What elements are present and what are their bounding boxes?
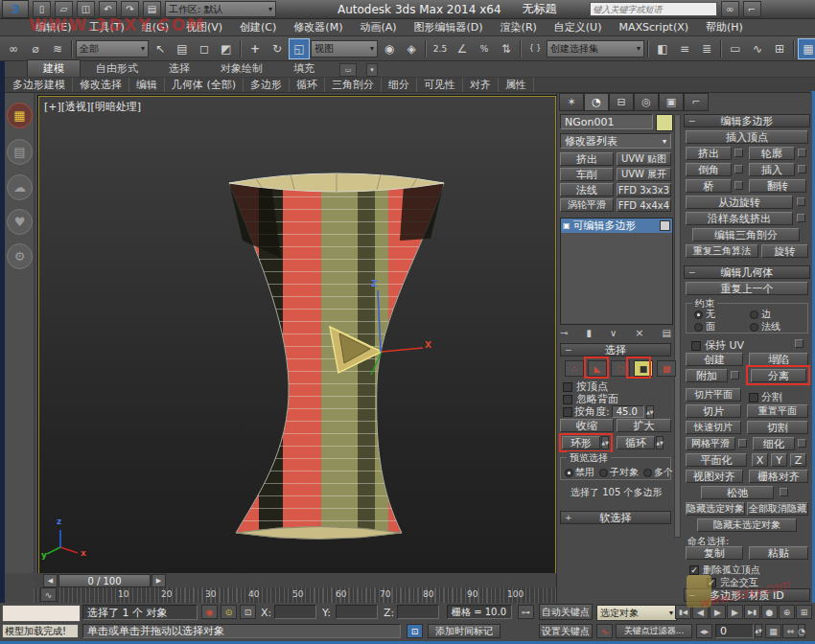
align-icon[interactable] [674, 38, 695, 59]
ribbon-panel-modify-selection[interactable]: 修改选择 [73, 78, 129, 92]
menu-customize[interactable]: 自定义(U) [546, 20, 611, 34]
pan-icon[interactable] [782, 624, 799, 638]
ribbon-tab-modeling[interactable]: 建模 [27, 59, 81, 77]
paste-button[interactable]: 粘贴 [749, 546, 808, 560]
attach-settings-icon[interactable] [731, 371, 739, 380]
viewport-label[interactable]: [+][透视][明暗处理] [44, 100, 141, 114]
make-unique-icon[interactable] [610, 328, 617, 338]
angle-spinner[interactable]: ▲▼ [646, 405, 654, 419]
open-file-icon[interactable] [55, 1, 73, 17]
ignore-backfacing-checkbox[interactable] [563, 395, 572, 404]
unlink-selection-icon[interactable] [25, 38, 46, 59]
material-ids-rollout-header[interactable]: − 多边形: 材质 ID [684, 588, 810, 602]
menu-edit[interactable]: 编辑(E) [27, 20, 81, 34]
auto-key-button[interactable]: 自动关键点 [539, 604, 593, 620]
gear-icon[interactable] [7, 243, 33, 269]
element-subobject-icon[interactable] [657, 360, 676, 377]
zoom-icon[interactable] [779, 605, 795, 619]
mirror-icon[interactable] [652, 38, 673, 59]
select-and-link-icon[interactable] [3, 38, 24, 59]
ribbon-tab-populate[interactable]: 填充 [278, 60, 330, 77]
undo-icon[interactable] [99, 1, 117, 17]
soft-selection-rollout-header[interactable]: + 软选择 [560, 511, 671, 524]
extrude-settings-icon[interactable] [734, 149, 743, 157]
pin-stack-icon[interactable] [560, 328, 568, 338]
ribbon-panel-align[interactable]: 对齐 [463, 78, 499, 92]
inset-settings-icon[interactable] [798, 165, 806, 173]
msmooth-settings-icon[interactable] [738, 439, 747, 448]
menu-modifiers[interactable]: 修改器(M) [285, 20, 351, 34]
menu-animation[interactable]: 动画(A) [351, 20, 405, 34]
split-checkbox[interactable] [749, 393, 758, 402]
modifier-uvw-map-button[interactable]: UVW 贴图 [617, 152, 671, 166]
modifier-lathe-button[interactable]: 车削 [560, 168, 614, 181]
unhide-all-button[interactable]: 全部取消隐藏 [747, 502, 808, 516]
show-end-result-icon[interactable] [586, 328, 592, 338]
redo-icon[interactable] [121, 1, 139, 17]
preview-subobj-radio[interactable] [599, 469, 608, 477]
object-color-swatch[interactable] [656, 114, 673, 131]
ribbon-chevron-down-icon[interactable]: ▾ [366, 63, 378, 77]
use-pivot-center-icon[interactable] [379, 38, 400, 59]
selection-rollout-header[interactable]: − 选择 [560, 343, 671, 356]
msmooth-button[interactable]: 网格平滑 [686, 437, 735, 450]
ribbon-panel-properties[interactable]: 属性 [499, 78, 534, 92]
3d-box-icon[interactable]: ▦ [7, 103, 33, 128]
detach-button[interactable]: 分离 [751, 369, 806, 382]
full-interactivity-checkbox[interactable]: ✓ [707, 578, 716, 587]
by-vertex-checkbox[interactable] [563, 382, 572, 392]
grow-button[interactable]: 扩大 [617, 419, 671, 432]
selection-filter-dropdown-bottom[interactable]: 选定对象 ▾ [596, 605, 677, 621]
communication-center-icon[interactable] [743, 1, 761, 17]
loop-spinner[interactable]: ▲▼ [656, 436, 664, 449]
stack-item-visibility-icon[interactable] [660, 220, 670, 231]
bevel-button[interactable]: 倒角 [686, 163, 732, 176]
select-and-manipulate-icon[interactable] [401, 38, 422, 59]
planar-z-button[interactable]: Z [790, 453, 806, 467]
constraint-normal-radio[interactable] [750, 323, 758, 332]
ribbon-panel-geometry-all[interactable]: 几何体 (全部) [165, 78, 244, 92]
configure-modifier-sets-icon[interactable] [663, 328, 671, 338]
bevel-settings-icon[interactable] [734, 165, 743, 173]
edge-subobject-icon[interactable] [588, 360, 607, 377]
hinge-settings-icon[interactable] [797, 197, 805, 206]
stack-item-editable-poly[interactable]: ▣ 可编辑多边形 [561, 218, 672, 233]
modifier-ffd4-button[interactable]: FFD 4x4x4 [617, 198, 671, 212]
percent-snap-icon[interactable]: % [474, 38, 495, 59]
cloud-icon[interactable] [7, 174, 33, 200]
turn-button[interactable]: 旋转 [761, 244, 808, 258]
select-and-move-icon[interactable] [244, 38, 266, 59]
heart-icon[interactable] [7, 209, 33, 235]
select-object-icon[interactable] [150, 38, 171, 59]
tessellate-button[interactable]: 细化 [753, 437, 795, 450]
hide-selected-button[interactable]: 隐藏选定对象 [686, 502, 745, 516]
slice-button[interactable]: 切片 [686, 404, 741, 418]
preserve-uv-settings-icon[interactable] [795, 339, 803, 348]
layer-manager-icon[interactable] [696, 38, 717, 59]
modifier-extrude-button[interactable]: 挤出 [560, 152, 614, 166]
retriangulate-button[interactable]: 重复三角算法 [686, 244, 758, 258]
z-coord-field[interactable] [397, 605, 439, 619]
menu-graph-editors[interactable]: 图形编辑器(D) [406, 20, 492, 34]
graphite-ribbon-toggle-icon[interactable] [725, 38, 746, 59]
view-align-button[interactable]: 视图对齐 [686, 470, 743, 483]
key-step-icon[interactable] [696, 624, 712, 638]
project-folder-icon[interactable] [143, 1, 161, 17]
object-name-field[interactable]: NGon001 [560, 114, 653, 129]
snap-toggle-icon[interactable]: 2.5 [430, 38, 451, 59]
constraint-none-radio[interactable] [694, 310, 703, 319]
vertex-subobject-icon[interactable] [565, 360, 584, 377]
goto-start-icon[interactable] [675, 605, 691, 619]
curve-editor-icon[interactable] [747, 38, 768, 59]
modifier-ffd3-button[interactable]: FFD 3x3x3 [617, 183, 671, 196]
ribbon-tab-freeform[interactable]: 自由形式 [81, 60, 153, 77]
reference-coordinate-dropdown[interactable]: 视图 ▾ [311, 40, 378, 58]
orbit-icon[interactable] [798, 624, 805, 638]
goto-end-icon[interactable] [744, 605, 760, 619]
extrude-button[interactable]: 挤出 [686, 147, 732, 160]
hierarchy-tab-icon[interactable]: ⊟ [609, 93, 634, 111]
track-bar[interactable]: 10 20 30 40 50 60 70 80 90 100 [34, 587, 556, 604]
menu-rendering[interactable]: 渲染(R) [492, 20, 546, 34]
select-by-name-icon[interactable] [172, 38, 193, 59]
time-slider-prev-icon[interactable] [43, 574, 58, 587]
